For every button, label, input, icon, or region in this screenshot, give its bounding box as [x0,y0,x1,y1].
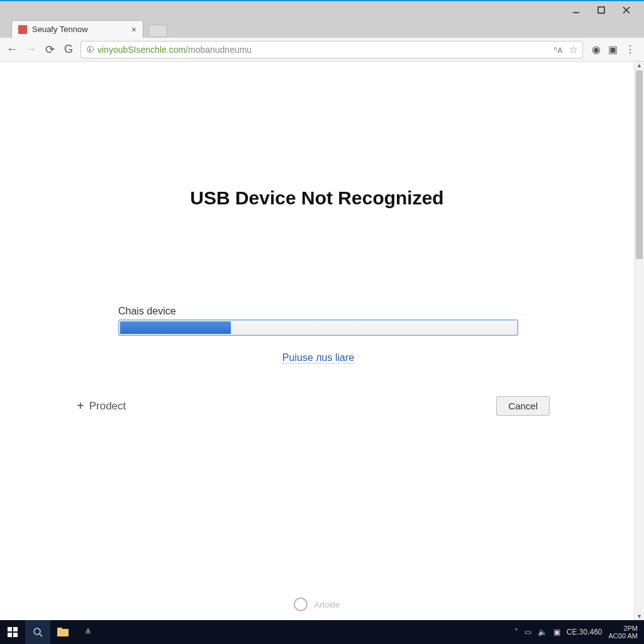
plus-icon: + [77,399,84,413]
browser-toolbar: ← → ⟳ G 🛈 vinyoubSIsenchle.com/mobanudne… [0,38,644,62]
cancel-button[interactable]: Cancel [496,396,550,416]
tray-text: CE.30.460 [567,628,602,636]
svg-rect-6 [8,633,12,637]
translate-icon[interactable]: ⁿᴀ [554,44,563,55]
url-host: vinyoubSIsenchle.com [97,45,186,55]
add-product-label: Prodect [89,400,126,413]
spinner-label: Artoide [314,600,340,609]
url-path: /mobanudneumu [186,45,252,55]
loading-indicator: Artoide [0,597,634,611]
scroll-down-arrow[interactable]: ▼ [635,613,644,619]
window-titlebar [0,0,644,19]
menu-icon[interactable]: ⋮ [625,43,635,55]
scroll-up-arrow[interactable]: ▲ [635,62,644,69]
close-tab-icon[interactable]: × [131,25,136,35]
extensions-icon[interactable]: ▣ [608,43,618,55]
svg-rect-4 [8,627,12,631]
device-form: Chais device Puiuse лus liare [118,306,518,364]
clock-line2: AC00 AM [609,632,638,640]
progress-fill [120,321,231,334]
maximize-button[interactable] [589,2,614,18]
svg-rect-1 [598,7,604,13]
svg-rect-11 [57,628,62,630]
progress-bar [118,319,518,336]
svg-point-8 [34,628,40,635]
page-heading: USB Device Not Recognized [0,187,634,209]
clock-line1: 2PM [609,625,638,632]
tray-battery-icon[interactable]: ▣ [553,628,560,636]
address-bar[interactable]: 🛈 vinyoubSIsenchle.com/mobanudneumu ⁿᴀ ☆ [80,41,583,58]
svg-line-9 [40,634,42,636]
vertical-scrollbar[interactable]: ▲ ▼ [634,62,644,620]
url-text: vinyoubSIsenchle.com/mobanudneumu [97,45,550,55]
close-window-button[interactable] [614,2,639,18]
add-product-button[interactable]: + Prodect [77,399,126,413]
file-explorer-taskbar-icon[interactable] [50,620,75,644]
svg-rect-7 [13,633,18,637]
bookmark-icon[interactable]: ☆ [569,44,577,55]
forward-button[interactable]: → [24,43,38,56]
device-field-label: Chais device [118,306,518,317]
tray-chevron-icon[interactable]: ˄ [514,628,518,636]
new-tab-button[interactable] [148,25,167,37]
reload-button[interactable]: ⟳ [43,43,57,57]
browser-tab[interactable]: Seuafy Tennow × [11,20,143,38]
page-viewport: USB Device Not Recognized Chais device P… [0,62,644,620]
minimize-button[interactable] [564,2,589,18]
tab-title: Seuafy Tennow [32,25,88,34]
search-taskbar-button[interactable] [25,620,50,644]
tray-volume-icon[interactable]: 🔈 [538,628,547,636]
tab-strip: Seuafy Tennow × [0,19,644,38]
taskbar: ≛ ˄ ▭ 🔈 ▣ CE.30.460 2PM AC00 AM [0,620,644,644]
site-info-icon[interactable]: 🛈 [86,45,94,54]
pause-link[interactable]: Puiuse лus liare [282,352,354,364]
profile-icon[interactable]: ◉ [592,43,601,55]
taskbar-clock[interactable]: 2PM AC00 AM [609,625,638,640]
app-taskbar-icon[interactable]: ≛ [75,620,101,644]
spinner-icon [294,597,308,611]
action-row: + Prodect Cancel [77,396,550,416]
start-button[interactable] [0,620,25,644]
tab-favicon [18,25,27,34]
home-button[interactable]: G [62,43,75,56]
tray-network-icon[interactable]: ▭ [525,628,531,636]
svg-rect-5 [13,627,18,631]
back-button[interactable]: ← [5,43,19,56]
scrollbar-thumb[interactable] [636,70,643,259]
